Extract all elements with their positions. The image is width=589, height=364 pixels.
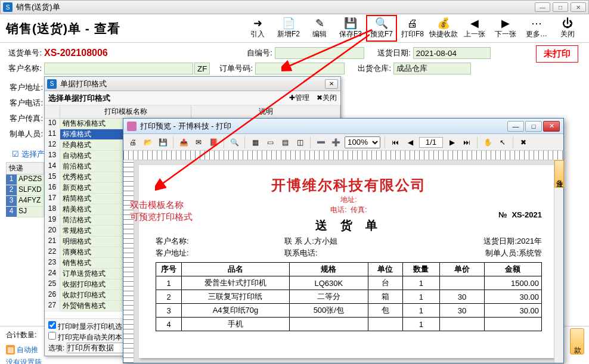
prev-doc-button[interactable]: ◀上一张 (459, 15, 490, 42)
company-name: 开博维尔科技有限公司 (156, 176, 542, 195)
auto-push-link[interactable]: 自动推 (17, 346, 38, 354)
new-button[interactable]: 📄新增F2 (273, 15, 304, 42)
next-doc-button[interactable]: ▶下一张 (490, 15, 521, 42)
save-icon[interactable]: 💾 (157, 136, 169, 148)
preview-toolbar: 🖨 📂 💾 📤 ✉ 📕 🔍 ▦ ▭ ▤ ◫ ➖ ➕ 100% ⏮ ◀ ▶ ⏭ ✋… (123, 134, 563, 151)
cust-fax-label: 客户传真: (6, 111, 44, 126)
zoom-select[interactable]: 100% (345, 136, 380, 148)
preview-title: 打印预览 - 开博科技 - 打印 (140, 121, 231, 132)
col-template-name: 打印模板名称 (60, 105, 191, 118)
preview-icon (127, 122, 137, 131)
two-page-icon[interactable]: ◫ (294, 136, 306, 148)
remark-tab[interactable]: 备注 (554, 160, 564, 188)
save-button[interactable]: 💾保存F3 (335, 15, 366, 42)
order-no-label: 订单号码: (217, 63, 253, 74)
manage-link[interactable]: ✚管理 (289, 93, 309, 103)
prev-page-icon[interactable]: ◀ (404, 136, 416, 148)
maximize-button[interactable]: □ (553, 2, 568, 12)
zoom-out-icon[interactable]: ➖ (315, 136, 327, 148)
no-setting-link[interactable]: 没有设置筛 (6, 358, 42, 364)
quick-pay-button[interactable]: 💰快捷收款 (428, 15, 459, 42)
preview-close-button[interactable]: ✕ (543, 121, 560, 132)
more-button[interactable]: ⋯更多… (521, 15, 552, 42)
import-button[interactable]: ➜引入 (242, 15, 273, 42)
open-icon[interactable]: 📂 (142, 136, 154, 148)
toolbar: 销售(送货)单 - 查看 ➜引入 📄新增F2 ✎编辑 💾保存F3 🔍预览F7 🖨… (0, 14, 589, 43)
select-product-link[interactable]: ☑ 选择产 (12, 149, 45, 160)
col-template-desc: 说明 (191, 105, 340, 118)
mail-icon[interactable]: ✉ (193, 136, 204, 148)
dialog-close-button[interactable]: ✕ (325, 79, 338, 89)
close-app-button[interactable]: ⏻关闭 (552, 15, 583, 42)
print-button[interactable]: 🖨打印F8 (397, 15, 428, 42)
arrow-right-icon: ➜ (253, 17, 262, 29)
printer-icon: 🖨 (407, 17, 418, 29)
zf-input[interactable] (194, 63, 210, 74)
close-button[interactable]: ✕ (571, 2, 586, 12)
page-width-icon[interactable]: ▭ (264, 136, 276, 148)
preview-page: 开博维尔科技有限公司 地址: 电话: 传真: 送 货 单 № XS-2021 客… (139, 165, 559, 358)
form-area: 送货单号: XS-202108006 自编号: 送货日期: 客户名称: 订单号码… (0, 43, 589, 79)
grid-col-code: 快递 (6, 162, 44, 175)
app-icon: S (47, 79, 57, 89)
triangle-left-icon: ◀ (470, 17, 479, 29)
edit-icon: ✎ (315, 17, 324, 29)
dialog-titlebar[interactable]: S 单据打印格式 ✕ (45, 77, 340, 91)
vertical-scrollbar[interactable] (554, 160, 563, 363)
print-preview-window: 打印预览 - 开博科技 - 打印 — □ ✕ 🖨 📂 💾 📤 ✉ 📕 🔍 ▦ ▭… (123, 118, 564, 363)
minimize-button[interactable]: — (535, 2, 550, 12)
window-title: 销售(送货)单 (16, 2, 60, 13)
triangle-right-icon: ▶ (501, 17, 510, 29)
edit-button[interactable]: ✎编辑 (304, 15, 335, 42)
not-printed-badge: 未打印 (536, 45, 578, 63)
horizontal-ruler (123, 151, 563, 160)
pointer-icon[interactable]: ↖ (497, 136, 509, 148)
maker-label: 制单人员: (6, 126, 44, 142)
app-icon: S (3, 2, 13, 12)
kuan-button[interactable]: 款 (570, 328, 584, 354)
search-icon: 🔍 (375, 17, 388, 29)
cust-addr-label: 客户地址: (6, 80, 44, 95)
first-page-icon[interactable]: ⏮ (389, 136, 401, 148)
doc-no-value: XS-202108006 (44, 48, 108, 58)
option-label: 选项: (48, 344, 64, 352)
auto-close-checkbox[interactable] (48, 332, 56, 340)
ship-date-input[interactable] (413, 47, 491, 59)
cust-name-input[interactable] (44, 63, 193, 74)
find-icon[interactable]: 🔍 (228, 136, 240, 148)
exit-preview-icon[interactable]: ✖ (517, 136, 529, 148)
preview-button[interactable]: 🔍预览F7 (366, 15, 397, 42)
visible-grid: 快递 1APSZS2SLFXD3A4FYZ4SJ (6, 162, 44, 217)
doc-type-title: 送 货 单 (156, 217, 542, 234)
next-page-icon[interactable]: ▶ (446, 136, 458, 148)
print-icon[interactable]: 🖨 (127, 136, 139, 148)
pdf-icon[interactable]: 📕 (207, 136, 219, 148)
page-indicator[interactable] (419, 137, 443, 148)
dialog-title: 单据打印格式 (60, 79, 107, 89)
preview-table: 序号品名规格单位数量单价金额 1爱普生针式打印机LQ630K台11500.002… (156, 262, 542, 331)
main-titlebar: S 销售(送货)单 — □ ✕ (0, 0, 589, 14)
money-icon: 💰 (437, 17, 450, 29)
zoom-in-icon[interactable]: ➕ (330, 136, 342, 148)
close-link[interactable]: ✖关闭 (317, 93, 337, 103)
power-icon: ⏻ (562, 17, 573, 29)
left-labels: 客户地址: 客户电话: 客户传真: 制单人员: (6, 49, 44, 142)
page-whole-icon[interactable]: ▦ (249, 136, 261, 148)
preview-titlebar[interactable]: 打印预览 - 开博科技 - 打印 — □ ✕ (123, 119, 563, 134)
export-icon[interactable]: 📤 (178, 136, 190, 148)
save-icon: 💾 (344, 17, 357, 29)
last-page-icon[interactable]: ⏭ (461, 136, 473, 148)
help-tip: 双击模板名称 可预览打印格式 (130, 199, 193, 223)
more-icon: ⋯ (531, 17, 542, 29)
self-no-input[interactable] (275, 47, 364, 59)
vertical-ruler (123, 160, 134, 363)
order-no-input[interactable] (255, 63, 345, 74)
self-no-label: 自编号: (237, 48, 272, 58)
hand-icon[interactable]: ✋ (482, 136, 494, 148)
thumbs-icon[interactable]: ▤ (279, 136, 291, 148)
preview-min-button[interactable]: — (507, 121, 524, 132)
ship-date-label: 送货日期: (375, 48, 411, 58)
show-printer-checkbox[interactable] (48, 321, 56, 329)
out-wh-input[interactable] (393, 63, 471, 74)
preview-max-button[interactable]: □ (525, 121, 542, 132)
